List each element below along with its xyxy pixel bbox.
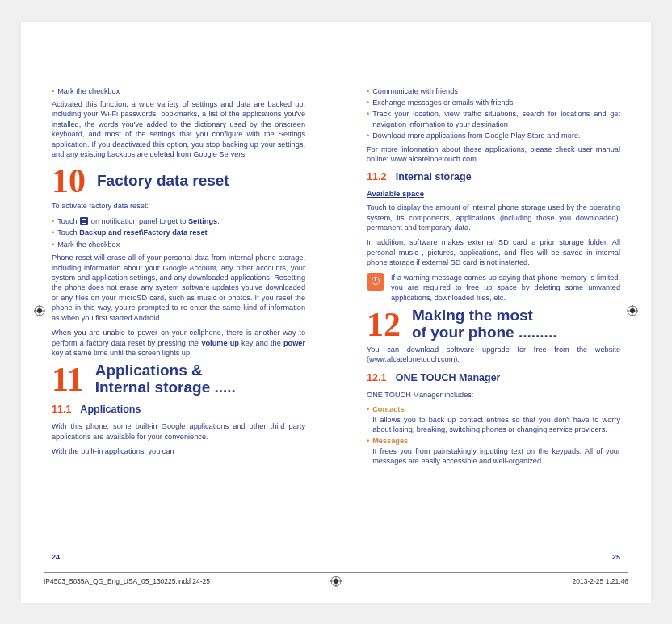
chapter-title: Factory data reset — [97, 173, 229, 190]
section-number: 11.1 — [52, 404, 71, 415]
bullet-text: Mark the checkbox — [57, 86, 305, 96]
body-text: Activated this function, a wide variety … — [52, 99, 305, 160]
bullet-text: Touch on notification panel to get to Se… — [57, 216, 305, 226]
list-item: • Touch Backup and reset\Factory data re… — [52, 228, 305, 237]
chapter-number: 10 — [52, 164, 86, 198]
body-text: With this phone, some built-in Google ap… — [52, 421, 305, 442]
list-item: • Messages It frees you from painstaking… — [367, 436, 620, 466]
list-item: • Touch on notification panel to get to … — [52, 216, 305, 226]
warning-icon — [367, 273, 384, 291]
chapter-12-header: 12 Making the most of your phone .......… — [367, 308, 620, 341]
body-text: ONE TOUCH Manager includes: — [367, 390, 620, 400]
body-text: When you are unable to power on your cel… — [52, 328, 305, 358]
term-label: Messages — [372, 437, 408, 445]
list-item: •Exchange messages or emails with friend… — [367, 98, 620, 107]
chapter-11-header: 11 Applications & Internal storage ..... — [52, 362, 305, 396]
bullet-text: Contacts It allows you to back up contac… — [372, 404, 620, 434]
term-description: It frees you from painstakingly inputtin… — [372, 447, 620, 465]
chapter-number: 12 — [367, 308, 401, 341]
section-title: Applications — [80, 404, 141, 415]
bullet-icon: • — [367, 436, 369, 466]
bullet-icon: • — [367, 131, 369, 140]
footer-filename: IP4503_5035A_QG_Eng_USA_05_130225.indd 2… — [44, 577, 210, 585]
section-11-1-header: 11.1 Applications — [52, 403, 305, 417]
page-number-left: 24 — [52, 552, 60, 562]
list-item: • Mark the checkbox — [52, 86, 305, 96]
footer-line: IP4503_5035A_QG_Eng_USA_05_130225.indd 2… — [44, 572, 628, 585]
section-title: ONE TOUCH Manager — [396, 372, 501, 383]
list-item: •Download more applications from Google … — [367, 131, 620, 140]
chapter-title-line2: Internal storage ..... — [95, 379, 236, 396]
registration-mark-bottom — [330, 576, 342, 588]
body-text: Touch to display the amount of internal … — [367, 203, 620, 232]
term-label: Contacts — [372, 405, 404, 413]
bullet-text: Download more applications from Google P… — [372, 131, 620, 140]
section-number: 12.1 — [367, 372, 386, 383]
section-number: 11.2 — [367, 171, 386, 182]
list-item: •Communicate with friends — [367, 86, 620, 96]
chapter-number: 11 — [52, 362, 84, 396]
bullet-icon: • — [367, 86, 369, 96]
bullet-icon: • — [367, 109, 369, 129]
page-number-right: 25 — [612, 552, 620, 562]
bullet-text: Exchange messages or emails with friends — [372, 98, 620, 107]
page-spread: • Mark the checkbox Activated this funct… — [21, 22, 651, 603]
term-description: It allows you to back up contact entries… — [372, 416, 620, 433]
bullet-icon: • — [367, 404, 369, 434]
list-item: •Track your location, view traffic situa… — [367, 109, 620, 129]
bullet-icon: • — [367, 98, 369, 107]
body-text: With the built-in applications, you can — [52, 446, 305, 456]
bullet-text: Track your location, view traffic situat… — [372, 109, 620, 129]
footer-timestamp: 2013-2-25 1:21:46 — [573, 577, 628, 585]
list-item: • Mark the checkbox — [52, 240, 305, 249]
right-page: •Communicate with friends •Exchange mess… — [336, 22, 651, 603]
list-item: • Contacts It allows you to back up cont… — [367, 404, 620, 434]
bullet-icon: • — [52, 240, 54, 249]
section-11-2-header: 11.2 Internal storage — [367, 170, 620, 184]
subsection-title: Available space — [367, 189, 620, 199]
body-text: For more information about these applica… — [367, 144, 620, 165]
bullet-icon: • — [52, 216, 54, 226]
body-text: Phone reset will erase all of your perso… — [52, 253, 305, 323]
bullet-text: Communicate with friends — [372, 86, 620, 96]
warning-box: If a warning message comes up saying tha… — [367, 273, 620, 303]
chapter-10-header: 10 Factory data reset — [52, 164, 305, 198]
section-12-1-header: 12.1 ONE TOUCH Manager — [367, 371, 620, 385]
chapter-title-line1: Applications & — [95, 362, 236, 379]
chapter-title-line1: Making the most — [412, 308, 556, 325]
bullet-text: Messages It frees you from painstakingly… — [372, 436, 620, 466]
chapter-title-line2: of your phone ......... — [412, 325, 556, 341]
settings-icon — [80, 217, 88, 225]
section-title: Internal storage — [396, 171, 472, 182]
left-page: • Mark the checkbox Activated this funct… — [21, 22, 336, 603]
bullet-text: Touch Backup and reset\Factory data rese… — [57, 228, 305, 237]
warning-text: If a warning message comes up saying tha… — [391, 273, 620, 303]
bullet-icon: • — [52, 86, 54, 96]
bullet-icon: • — [52, 228, 54, 237]
body-text: In addition, software makes external SD … — [367, 237, 620, 267]
body-text: You can download software upgrade for fr… — [367, 345, 620, 365]
bullet-text: Mark the checkbox — [57, 240, 305, 249]
body-text: To activate factory data reset: — [52, 201, 305, 211]
